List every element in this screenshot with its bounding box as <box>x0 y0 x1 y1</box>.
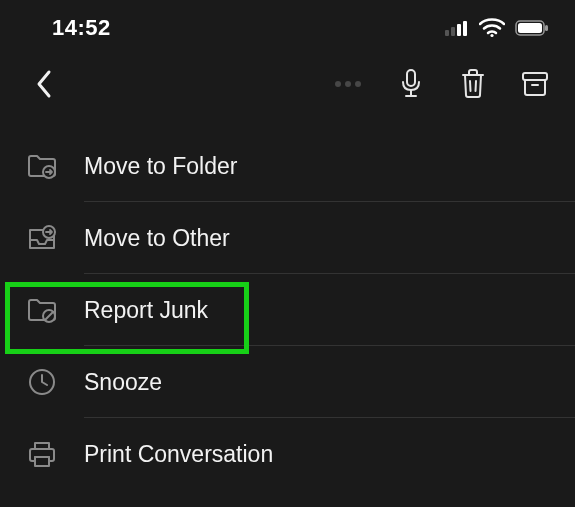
menu-item-label: Snooze <box>84 369 575 396</box>
battery-icon <box>515 20 549 36</box>
archive-button[interactable] <box>513 62 557 106</box>
status-bar: 14:52 <box>0 0 575 52</box>
menu-item-label: Move to Folder <box>84 153 575 180</box>
status-time: 14:52 <box>52 15 111 41</box>
inbox-move-icon <box>24 220 60 256</box>
menu-item-label: Print Conversation <box>84 441 575 468</box>
svg-rect-20 <box>35 457 49 466</box>
back-button[interactable] <box>22 62 66 106</box>
svg-rect-6 <box>518 23 542 33</box>
more-button[interactable] <box>335 81 361 87</box>
microphone-icon <box>400 69 422 99</box>
svg-line-11 <box>470 81 471 91</box>
svg-point-4 <box>490 34 493 37</box>
menu-item-snooze[interactable]: Snooze <box>0 346 575 418</box>
clock-icon <box>24 364 60 400</box>
menu-item-print-conversation[interactable]: Print Conversation <box>0 418 575 490</box>
svg-rect-13 <box>523 73 547 80</box>
delete-button[interactable] <box>451 62 495 106</box>
svg-rect-0 <box>445 30 449 36</box>
svg-rect-2 <box>457 24 461 36</box>
folder-move-icon <box>24 148 60 184</box>
printer-icon <box>24 436 60 472</box>
toolbar <box>0 52 575 116</box>
menu-item-label: Move to Other <box>84 225 575 252</box>
trash-icon <box>460 69 486 99</box>
svg-rect-8 <box>407 70 415 86</box>
menu-item-report-junk[interactable]: Report Junk <box>0 274 575 346</box>
svg-rect-7 <box>545 25 548 31</box>
cellular-icon <box>445 20 469 36</box>
archive-icon <box>521 70 549 98</box>
svg-rect-1 <box>451 27 455 36</box>
svg-line-12 <box>476 81 477 91</box>
svg-rect-3 <box>463 21 467 36</box>
wifi-icon <box>479 18 505 38</box>
mic-button[interactable] <box>389 62 433 106</box>
menu-item-move-to-folder[interactable]: Move to Folder <box>0 130 575 202</box>
menu-list: Move to Folder Move to Other Report Junk <box>0 116 575 490</box>
chevron-left-icon <box>35 69 53 99</box>
menu-item-move-to-other[interactable]: Move to Other <box>0 202 575 274</box>
menu-item-label: Report Junk <box>84 297 575 324</box>
status-icons <box>445 18 549 38</box>
folder-block-icon <box>24 292 60 328</box>
